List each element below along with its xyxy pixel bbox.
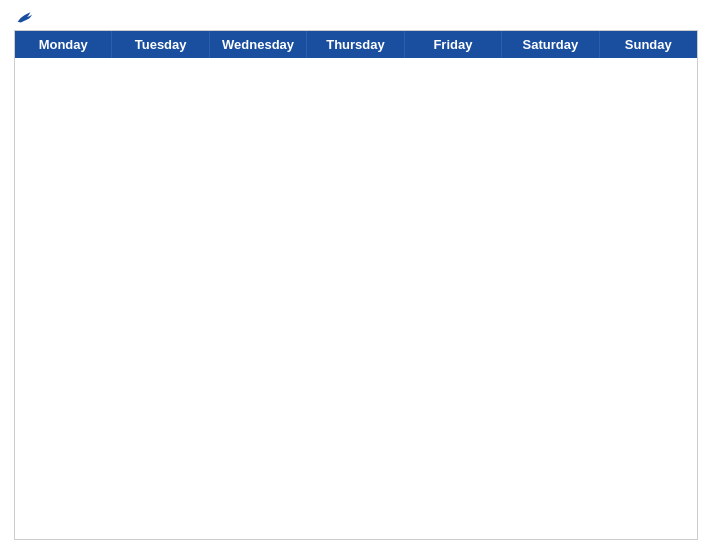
day-header-saturday: Saturday [502, 31, 599, 58]
day-header-wednesday: Wednesday [210, 31, 307, 58]
logo [16, 10, 34, 24]
logo-bird-icon [16, 10, 32, 24]
logo-blue-container [16, 10, 34, 24]
days-header: MondayTuesdayWednesdayThursdayFridaySatu… [15, 31, 697, 58]
weeks-container [15, 58, 697, 539]
day-header-sunday: Sunday [600, 31, 697, 58]
header [14, 10, 698, 24]
day-header-thursday: Thursday [307, 31, 404, 58]
day-header-monday: Monday [15, 31, 112, 58]
day-header-friday: Friday [405, 31, 502, 58]
calendar-page: MondayTuesdayWednesdayThursdayFridaySatu… [0, 0, 712, 550]
day-header-tuesday: Tuesday [112, 31, 209, 58]
calendar-grid: MondayTuesdayWednesdayThursdayFridaySatu… [14, 30, 698, 540]
